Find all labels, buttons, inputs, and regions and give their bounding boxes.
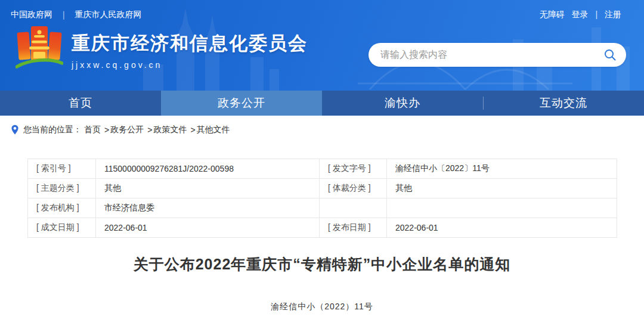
table-row: [ 成文日期 ] 2022-06-01 [ 发布日期 ] 2022-06-01 <box>28 218 617 238</box>
breadcrumb-item-gov-info[interactable]: 政务公开 <box>110 125 144 135</box>
login-link[interactable]: 登录 <box>572 10 589 19</box>
meta-value-doc-symbol: 渝经信中小〔2022〕11号 <box>387 159 617 179</box>
search-icon[interactable] <box>603 48 617 61</box>
site-title[interactable]: 重庆市经济和信息化委员会 <box>72 31 308 56</box>
meta-label-doc-symbol: [ 发文字号 ] <box>320 159 387 179</box>
article-title: 关于公布2022年重庆市“专精特新”中小企业名单的通知 <box>0 254 644 274</box>
breadcrumb-separator: > <box>190 125 195 135</box>
site-logo-icon[interactable] <box>16 25 63 75</box>
account-divider: | <box>595 10 597 19</box>
breadcrumb: 您当前的位置： 首页 > 政务公开 > 政策文件 > 其他文件 <box>0 116 644 144</box>
account-links: 无障碍 登录 | 注册 <box>540 10 626 20</box>
breadcrumb-item-other-docs[interactable]: 其他文件 <box>197 125 230 135</box>
site-header: 中国政府网 ｜ 重庆市人民政府网 无障碍 登录 | 注册 <box>0 0 644 91</box>
search-box <box>369 43 626 67</box>
meta-value-index-no: 11500000009276281J/2022-00598 <box>96 159 320 179</box>
meta-label-issuing-agency: [ 发布机构 ] <box>28 198 96 218</box>
breadcrumb-item-policy-docs[interactable]: 政策文件 <box>153 125 187 135</box>
meta-value-empty <box>387 198 617 218</box>
document-meta-table: [ 索引号 ] 11500000009276281J/2022-00598 [ … <box>27 159 617 238</box>
accessibility-link[interactable]: 无障碍 <box>540 10 565 19</box>
meta-label-index-no: [ 索引号 ] <box>28 159 96 179</box>
link-china-gov[interactable]: 中国政府网 <box>11 10 52 19</box>
table-row: [ 索引号 ] 11500000009276281J/2022-00598 [ … <box>28 159 617 179</box>
meta-value-topic-category: 其他 <box>96 179 320 198</box>
register-link[interactable]: 注册 <box>605 10 621 19</box>
meta-label-genre-category: [ 体裁分类 ] <box>320 179 387 198</box>
meta-value-issuing-agency: 市经济信息委 <box>96 198 320 218</box>
search-input[interactable] <box>380 49 603 60</box>
gov-links: 中国政府网 ｜ 重庆市人民政府网 <box>11 10 147 20</box>
meta-label-written-date: [ 成文日期 ] <box>28 218 96 238</box>
meta-label-publish-date: [ 发布日期 ] <box>320 218 387 238</box>
meta-value-genre-category: 其他 <box>387 179 617 198</box>
site-url: jjxxw.cq.gov.cn <box>72 60 308 70</box>
breadcrumb-item-home[interactable]: 首页 <box>84 125 101 135</box>
top-bar: 中国政府网 ｜ 重庆市人民政府网 无障碍 登录 | 注册 <box>0 0 644 20</box>
nav-tab-home[interactable]: 首页 <box>0 91 161 116</box>
nav-tab-interaction[interactable]: 互动交流 <box>483 91 644 116</box>
article-doc-number: 渝经信中小（2022）11号 <box>0 302 644 312</box>
breadcrumb-separator: > <box>147 125 152 135</box>
meta-value-written-date: 2022-06-01 <box>96 218 320 238</box>
table-row: [ 主题分类 ] 其他 [ 体裁分类 ] 其他 <box>28 179 617 198</box>
top-bar-divider: ｜ <box>60 10 68 19</box>
meta-value-publish-date: 2022-06-01 <box>387 218 617 238</box>
meta-label-topic-category: [ 主题分类 ] <box>28 179 96 198</box>
main-nav: 首页 政务公开 渝快办 互动交流 <box>0 91 644 116</box>
meta-label-empty <box>320 198 387 218</box>
site-identity: 重庆市经济和信息化委员会 jjxxw.cq.gov.cn <box>72 31 308 70</box>
page: 中国政府网 ｜ 重庆市人民政府网 无障碍 登录 | 注册 <box>0 0 644 329</box>
table-row: [ 发布机构 ] 市经济信息委 <box>28 198 617 218</box>
breadcrumb-label: 您当前的位置： <box>23 125 82 135</box>
nav-tab-yukuaiban[interactable]: 渝快办 <box>322 91 483 116</box>
breadcrumb-separator: > <box>104 125 109 135</box>
nav-tab-gov-info[interactable]: 政务公开 <box>161 91 322 116</box>
location-pin-icon <box>11 125 19 135</box>
link-chongqing-gov[interactable]: 重庆市人民政府网 <box>75 10 142 19</box>
